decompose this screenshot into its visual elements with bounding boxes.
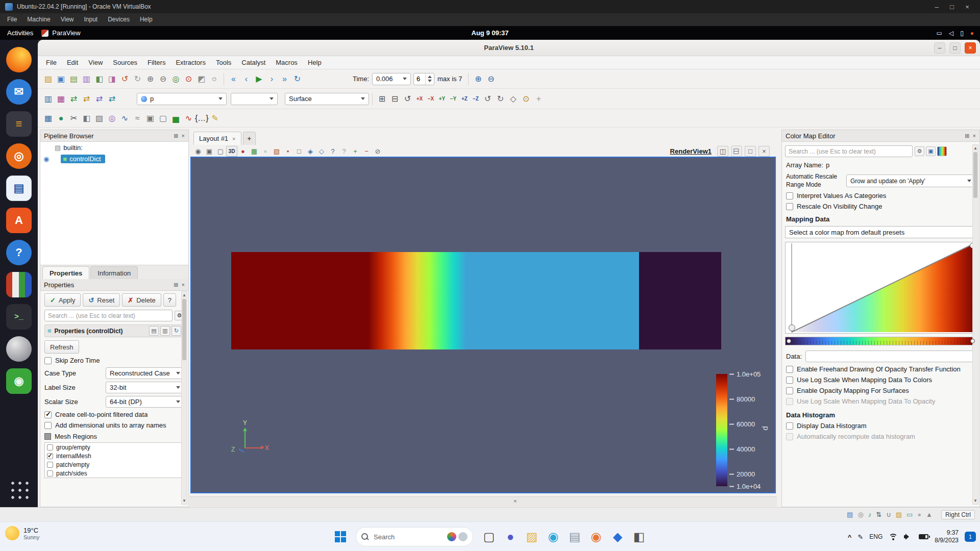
thunderbird-dock-icon[interactable]: ✉ <box>6 79 32 105</box>
mesh-region-patch-sides[interactable]: patch/sides <box>45 469 184 478</box>
menu-file[interactable]: File <box>41 59 62 66</box>
display-status-icon[interactable]: ▭ <box>906 511 913 518</box>
context-help-button[interactable]: ? <box>163 293 176 307</box>
spreadsheet-view-icon[interactable]: ▦ <box>42 112 55 124</box>
checkbox-box[interactable] <box>786 433 793 440</box>
properties-scrollbar[interactable]: ▲▼ <box>181 291 187 505</box>
activities-button[interactable]: Activities <box>7 29 33 37</box>
auto-apply-icon[interactable]: ◎ <box>169 72 182 85</box>
rhythmbox-dock-icon[interactable]: ◎ <box>6 143 32 169</box>
teams-chat-icon[interactable]: ● <box>500 526 521 547</box>
record-icon[interactable]: ● <box>237 146 249 157</box>
menu-macros[interactable]: Macros <box>271 59 303 66</box>
rescale-mode-combo[interactable]: Grow and update on 'Apply' <box>846 174 975 187</box>
notification-dot-icon[interactable]: ● <box>970 30 974 37</box>
recording-status-icon[interactable]: ● <box>917 511 921 518</box>
reset-button[interactable]: ↺ Reset <box>83 293 120 307</box>
menu-catalyst[interactable]: Catalyst <box>236 59 271 66</box>
delete-button[interactable]: ✗ Delete <box>122 293 161 307</box>
contour-filter-icon[interactable]: ◎ <box>106 112 118 124</box>
taskbar-search[interactable]: Search <box>356 527 473 546</box>
paraview-titlebar[interactable]: ParaView 5.10.1 <box>38 40 980 56</box>
undock-icon[interactable]: ⊞ <box>174 282 178 288</box>
checkbox-box[interactable] <box>786 398 793 405</box>
checkbox-dimensional-units[interactable]: Add dimensional units to array names <box>44 421 184 429</box>
pv-maximize-button[interactable]: □ <box>949 42 961 54</box>
interactive-select-points-icon[interactable]: ◇ <box>316 146 327 157</box>
isometric-view-icon[interactable]: ◇ <box>507 92 520 105</box>
volume-tray-icon[interactable]: ◁ <box>949 30 953 37</box>
close-tab-icon[interactable]: × <box>232 136 235 142</box>
zoom-box-icon[interactable]: ⊕ <box>472 72 484 85</box>
rescale-to-data-icon[interactable]: ⇄ <box>67 92 80 105</box>
toggle-3d-icon[interactable]: 3D <box>226 146 237 157</box>
previous-frame-icon[interactable]: ‹ <box>240 72 253 85</box>
shrink-selection-icon[interactable]: − <box>361 146 372 157</box>
hdd-status-icon[interactable]: ▤ <box>847 511 853 518</box>
split-horizontal-icon[interactable]: ◫ <box>717 146 728 157</box>
component-combo[interactable] <box>231 93 278 105</box>
select-frustum-cells-icon[interactable]: ▧ <box>271 146 282 157</box>
checkbox-box[interactable] <box>786 377 793 384</box>
scalar-size-combo[interactable]: 64-bit (DP) <box>106 396 184 408</box>
language-indicator[interactable]: ENG <box>869 533 883 540</box>
restore-defaults-icon[interactable]: ↻ <box>172 326 181 336</box>
save-view-icon[interactable]: ▣ <box>204 146 215 157</box>
close-view-icon[interactable]: × <box>758 146 770 157</box>
menu-sources[interactable]: Sources <box>108 59 142 66</box>
close-panel-icon[interactable]: × <box>182 282 185 288</box>
reset-camera-icon[interactable]: ↺ <box>401 92 414 105</box>
rescale-visible-icon[interactable]: ⇄ <box>106 92 118 105</box>
mesh-regions-checkall-icon[interactable] <box>44 433 51 440</box>
pipeline-item-controldict[interactable]: ◉ ■ controlDict <box>40 153 188 164</box>
menu-tools[interactable]: Tools <box>211 59 236 66</box>
connect-icon[interactable]: ⊕ <box>144 72 157 85</box>
taskbar-clock[interactable]: 9:37 8/9/2023 <box>935 529 959 544</box>
view-plus-y-icon[interactable]: +Y <box>436 92 448 105</box>
checkbox-freehand-opacity[interactable]: Enable Freehand Drawing Of Opacity Trans… <box>786 365 975 373</box>
close-panel-icon[interactable]: × <box>182 133 185 139</box>
photos-icon[interactable]: ◧ <box>628 526 650 547</box>
split-vertical-icon[interactable]: ◫ <box>731 146 742 157</box>
checkbox-cell-to-point[interactable]: Create cell-to-point filtered data <box>44 411 184 418</box>
color-transfer-strip[interactable] <box>785 337 976 345</box>
representation-combo[interactable]: Surface <box>285 93 369 105</box>
tray-chevron-icon[interactable]: ^ <box>848 533 852 541</box>
checkbox-box[interactable] <box>786 387 793 394</box>
grow-selection-icon[interactable]: + <box>350 146 361 157</box>
orientation-axes-icon[interactable]: + <box>532 92 545 105</box>
cfd-surface[interactable] <box>231 252 721 349</box>
save-animation-icon[interactable]: ◨ <box>106 72 118 85</box>
zoom-to-data-icon[interactable]: ⊟ <box>388 92 401 105</box>
checkbox-box[interactable] <box>44 422 52 429</box>
case-type-combo[interactable]: Reconstructed Case <box>106 367 184 379</box>
usb-status-icon[interactable]: ∪ <box>886 511 891 518</box>
data-value-input[interactable] <box>805 350 975 362</box>
visibility-eye-icon[interactable]: ◉ <box>43 155 49 163</box>
search-data-icon[interactable]: ○ <box>208 72 220 85</box>
rescale-temporal-icon[interactable]: ⇄ <box>93 92 106 105</box>
menu-view[interactable]: View <box>83 59 108 66</box>
time-value-combo[interactable]: 0.006 <box>372 73 411 85</box>
frame-input[interactable] <box>414 74 425 84</box>
checkbox-box[interactable] <box>786 422 793 430</box>
menu-edit[interactable]: Edit <box>62 59 83 66</box>
wifi-icon[interactable] <box>889 534 898 540</box>
hover-points-icon[interactable]: ? <box>338 146 350 157</box>
color-legend-bar[interactable] <box>716 374 727 486</box>
properties-search-input[interactable] <box>44 310 173 321</box>
disconnect-icon[interactable]: ⊖ <box>157 72 169 85</box>
clock-button[interactable]: Aug 9 09:37 <box>472 26 509 40</box>
colormap-search-input[interactable] <box>785 145 913 157</box>
vbox-close-button[interactable]: × <box>960 3 975 11</box>
rotate-cw-icon[interactable]: ↻ <box>494 92 507 105</box>
firefox-dock-icon[interactable] <box>6 47 32 72</box>
battery-icon[interactable] <box>919 534 928 539</box>
vbox-menu-help[interactable]: Help <box>135 13 158 26</box>
plot-over-line-icon[interactable]: ∿ <box>182 112 195 124</box>
checkbox-log-scale-opacity[interactable]: Use Log Scale When Mapping Data To Opaci… <box>786 397 975 405</box>
center-of-rotation-icon[interactable]: ⊙ <box>520 92 532 105</box>
checkbox-box[interactable] <box>47 453 53 459</box>
view-minus-y-icon[interactable]: −Y <box>448 92 459 105</box>
frame-spinner[interactable] <box>413 73 434 85</box>
